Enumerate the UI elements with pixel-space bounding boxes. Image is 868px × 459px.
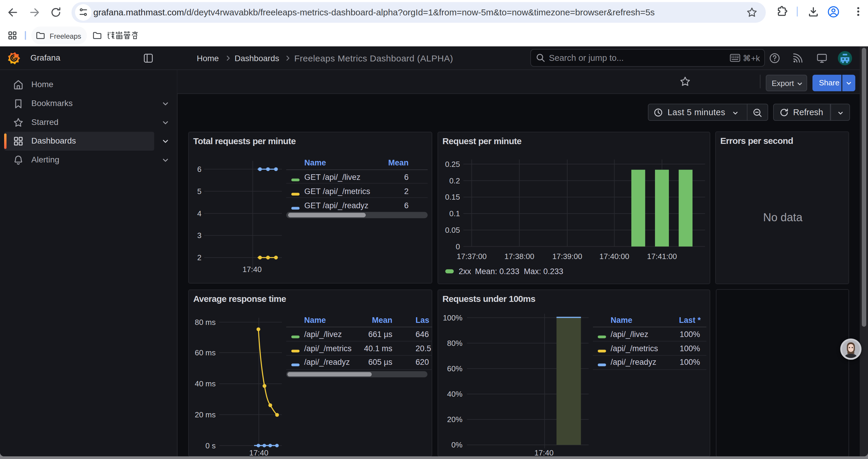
svg-text:0.15: 0.15 xyxy=(445,193,460,201)
svg-text:17:40: 17:40 xyxy=(534,448,553,456)
svg-text:17:38:00: 17:38:00 xyxy=(504,252,534,261)
svg-text:0%: 0% xyxy=(451,440,462,449)
svg-text:6: 6 xyxy=(404,201,409,210)
svg-text:17:41:00: 17:41:00 xyxy=(647,252,677,261)
svg-text:17:40:00: 17:40:00 xyxy=(599,252,629,261)
svg-text:/api/_/livez: /api/_/livez xyxy=(610,330,648,339)
svg-text:17:39:00: 17:39:00 xyxy=(552,252,582,261)
svg-text:/api/_/readyz: /api/_/readyz xyxy=(304,358,350,366)
svg-text:605 µs: 605 µs xyxy=(368,358,392,366)
svg-text:Mean: Mean xyxy=(372,316,392,325)
svg-text:Mean: 0.233: Mean: 0.233 xyxy=(475,267,519,276)
svg-text:6: 6 xyxy=(197,165,202,174)
svg-text:620: 620 xyxy=(416,358,429,366)
svg-text:0 s: 0 s xyxy=(205,441,216,450)
svg-text:0.2: 0.2 xyxy=(449,176,460,185)
svg-text:80 ms: 80 ms xyxy=(195,318,216,327)
svg-text:2: 2 xyxy=(404,187,409,196)
svg-text:GET /api/_/readyz: GET /api/_/readyz xyxy=(304,201,368,210)
svg-text:60%: 60% xyxy=(447,364,462,373)
svg-text:17:37:00: 17:37:00 xyxy=(457,252,487,261)
svg-text:Last *: Last * xyxy=(679,316,701,325)
svg-text:0: 0 xyxy=(456,242,460,251)
svg-text:20.5 r: 20.5 r xyxy=(416,344,432,353)
svg-text:Name: Name xyxy=(610,316,632,325)
svg-text:20%: 20% xyxy=(447,415,462,424)
svg-text:GET /api/_/metrics: GET /api/_/metrics xyxy=(304,187,370,196)
svg-text:2xx: 2xx xyxy=(459,267,471,276)
svg-text:Name: Name xyxy=(304,158,326,167)
svg-text:100%: 100% xyxy=(680,358,700,366)
svg-text:/api/_/livez: /api/_/livez xyxy=(304,330,342,339)
svg-text:0.25: 0.25 xyxy=(445,160,460,169)
svg-text:/api/_/metrics: /api/_/metrics xyxy=(610,344,658,353)
svg-text:/api/_/readyz: /api/_/readyz xyxy=(610,358,656,366)
svg-text:Mean: Mean xyxy=(388,158,409,167)
svg-text:GET /api/_/livez: GET /api/_/livez xyxy=(304,173,361,182)
svg-text:40 ms: 40 ms xyxy=(195,379,216,388)
svg-text:/api/_/metrics: /api/_/metrics xyxy=(304,344,351,353)
svg-text:0.1: 0.1 xyxy=(449,209,460,218)
svg-text:100%: 100% xyxy=(680,330,700,339)
svg-text:40.1 ms: 40.1 ms xyxy=(364,344,392,353)
svg-text:Las: Las xyxy=(416,316,430,325)
svg-text:3: 3 xyxy=(197,231,202,240)
svg-text:17:40: 17:40 xyxy=(243,265,262,274)
svg-text:20 ms: 20 ms xyxy=(195,410,216,419)
svg-text:60 ms: 60 ms xyxy=(195,348,216,357)
svg-text:6: 6 xyxy=(404,173,409,182)
svg-text:2: 2 xyxy=(197,253,202,262)
svg-text:5: 5 xyxy=(197,187,202,196)
svg-text:100%: 100% xyxy=(680,344,700,353)
svg-text:646: 646 xyxy=(416,330,429,339)
svg-text:40%: 40% xyxy=(447,390,462,398)
svg-text:80%: 80% xyxy=(447,339,462,348)
svg-text:Max: 0.233: Max: 0.233 xyxy=(524,267,563,276)
svg-text:661 µs: 661 µs xyxy=(368,330,392,339)
svg-text:100%: 100% xyxy=(442,314,462,322)
svg-text:0.05: 0.05 xyxy=(445,226,460,234)
svg-text:Name: Name xyxy=(304,316,326,325)
svg-text:4: 4 xyxy=(197,209,202,218)
svg-text:17:40: 17:40 xyxy=(249,448,268,456)
